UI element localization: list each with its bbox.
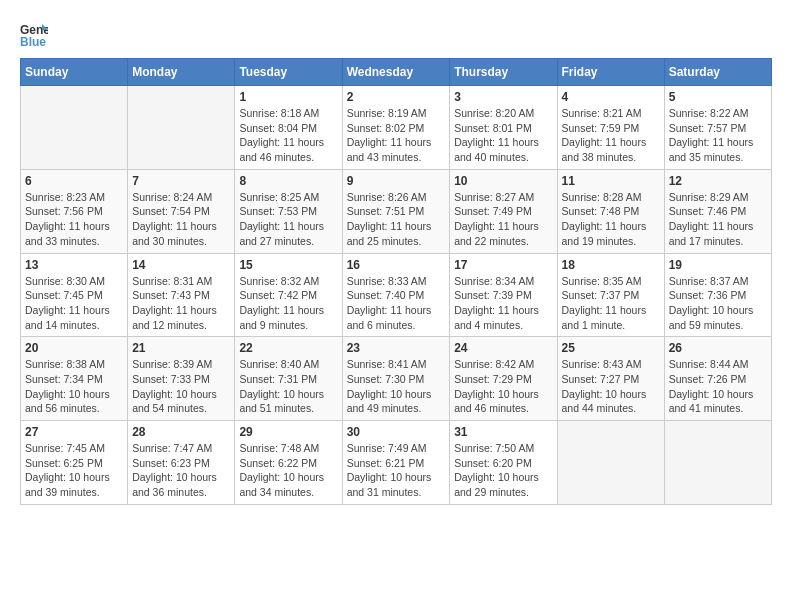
day-number: 31 (454, 425, 552, 439)
calendar-cell: 30Sunrise: 7:49 AM Sunset: 6:21 PM Dayli… (342, 421, 450, 505)
calendar-cell (128, 86, 235, 170)
weekday-header-sunday: Sunday (21, 59, 128, 86)
calendar-cell: 19Sunrise: 8:37 AM Sunset: 7:36 PM Dayli… (664, 253, 771, 337)
calendar-cell (21, 86, 128, 170)
day-number: 26 (669, 341, 767, 355)
day-info: Sunrise: 8:44 AM Sunset: 7:26 PM Dayligh… (669, 357, 767, 416)
calendar-cell: 17Sunrise: 8:34 AM Sunset: 7:39 PM Dayli… (450, 253, 557, 337)
day-number: 29 (239, 425, 337, 439)
day-number: 14 (132, 258, 230, 272)
calendar-cell: 24Sunrise: 8:42 AM Sunset: 7:29 PM Dayli… (450, 337, 557, 421)
calendar-cell: 16Sunrise: 8:33 AM Sunset: 7:40 PM Dayli… (342, 253, 450, 337)
day-number: 20 (25, 341, 123, 355)
calendar-cell: 29Sunrise: 7:48 AM Sunset: 6:22 PM Dayli… (235, 421, 342, 505)
calendar-cell: 26Sunrise: 8:44 AM Sunset: 7:26 PM Dayli… (664, 337, 771, 421)
calendar-cell: 3Sunrise: 8:20 AM Sunset: 8:01 PM Daylig… (450, 86, 557, 170)
day-number: 6 (25, 174, 123, 188)
day-info: Sunrise: 8:34 AM Sunset: 7:39 PM Dayligh… (454, 274, 552, 333)
svg-text:Blue: Blue (20, 35, 46, 48)
day-number: 27 (25, 425, 123, 439)
day-info: Sunrise: 7:50 AM Sunset: 6:20 PM Dayligh… (454, 441, 552, 500)
day-number: 24 (454, 341, 552, 355)
day-number: 8 (239, 174, 337, 188)
calendar-week-row: 27Sunrise: 7:45 AM Sunset: 6:25 PM Dayli… (21, 421, 772, 505)
calendar-cell (664, 421, 771, 505)
day-number: 17 (454, 258, 552, 272)
day-number: 7 (132, 174, 230, 188)
day-number: 2 (347, 90, 446, 104)
calendar-body: 1Sunrise: 8:18 AM Sunset: 8:04 PM Daylig… (21, 86, 772, 505)
day-info: Sunrise: 8:37 AM Sunset: 7:36 PM Dayligh… (669, 274, 767, 333)
calendar-cell: 9Sunrise: 8:26 AM Sunset: 7:51 PM Daylig… (342, 169, 450, 253)
weekday-header-saturday: Saturday (664, 59, 771, 86)
day-info: Sunrise: 8:30 AM Sunset: 7:45 PM Dayligh… (25, 274, 123, 333)
day-info: Sunrise: 8:19 AM Sunset: 8:02 PM Dayligh… (347, 106, 446, 165)
day-number: 16 (347, 258, 446, 272)
calendar-cell: 4Sunrise: 8:21 AM Sunset: 7:59 PM Daylig… (557, 86, 664, 170)
day-number: 10 (454, 174, 552, 188)
day-info: Sunrise: 7:45 AM Sunset: 6:25 PM Dayligh… (25, 441, 123, 500)
calendar-cell: 28Sunrise: 7:47 AM Sunset: 6:23 PM Dayli… (128, 421, 235, 505)
day-info: Sunrise: 8:27 AM Sunset: 7:49 PM Dayligh… (454, 190, 552, 249)
day-number: 15 (239, 258, 337, 272)
day-number: 25 (562, 341, 660, 355)
calendar-week-row: 6Sunrise: 8:23 AM Sunset: 7:56 PM Daylig… (21, 169, 772, 253)
day-info: Sunrise: 8:41 AM Sunset: 7:30 PM Dayligh… (347, 357, 446, 416)
day-number: 30 (347, 425, 446, 439)
day-info: Sunrise: 8:28 AM Sunset: 7:48 PM Dayligh… (562, 190, 660, 249)
day-number: 18 (562, 258, 660, 272)
day-info: Sunrise: 8:25 AM Sunset: 7:53 PM Dayligh… (239, 190, 337, 249)
day-number: 21 (132, 341, 230, 355)
weekday-header-thursday: Thursday (450, 59, 557, 86)
day-info: Sunrise: 8:33 AM Sunset: 7:40 PM Dayligh… (347, 274, 446, 333)
day-info: Sunrise: 8:32 AM Sunset: 7:42 PM Dayligh… (239, 274, 337, 333)
day-number: 4 (562, 90, 660, 104)
day-info: Sunrise: 8:24 AM Sunset: 7:54 PM Dayligh… (132, 190, 230, 249)
calendar-table: SundayMondayTuesdayWednesdayThursdayFrid… (20, 58, 772, 505)
day-number: 28 (132, 425, 230, 439)
calendar-cell: 25Sunrise: 8:43 AM Sunset: 7:27 PM Dayli… (557, 337, 664, 421)
day-info: Sunrise: 8:26 AM Sunset: 7:51 PM Dayligh… (347, 190, 446, 249)
day-number: 13 (25, 258, 123, 272)
day-number: 19 (669, 258, 767, 272)
calendar-cell: 11Sunrise: 8:28 AM Sunset: 7:48 PM Dayli… (557, 169, 664, 253)
calendar-cell: 27Sunrise: 7:45 AM Sunset: 6:25 PM Dayli… (21, 421, 128, 505)
day-info: Sunrise: 8:31 AM Sunset: 7:43 PM Dayligh… (132, 274, 230, 333)
day-info: Sunrise: 8:39 AM Sunset: 7:33 PM Dayligh… (132, 357, 230, 416)
day-number: 1 (239, 90, 337, 104)
calendar-cell: 22Sunrise: 8:40 AM Sunset: 7:31 PM Dayli… (235, 337, 342, 421)
calendar-week-row: 20Sunrise: 8:38 AM Sunset: 7:34 PM Dayli… (21, 337, 772, 421)
calendar-header: SundayMondayTuesdayWednesdayThursdayFrid… (21, 59, 772, 86)
calendar-cell: 21Sunrise: 8:39 AM Sunset: 7:33 PM Dayli… (128, 337, 235, 421)
calendar-week-row: 1Sunrise: 8:18 AM Sunset: 8:04 PM Daylig… (21, 86, 772, 170)
calendar-cell: 18Sunrise: 8:35 AM Sunset: 7:37 PM Dayli… (557, 253, 664, 337)
calendar-cell: 5Sunrise: 8:22 AM Sunset: 7:57 PM Daylig… (664, 86, 771, 170)
weekday-header-monday: Monday (128, 59, 235, 86)
day-info: Sunrise: 7:47 AM Sunset: 6:23 PM Dayligh… (132, 441, 230, 500)
day-info: Sunrise: 8:42 AM Sunset: 7:29 PM Dayligh… (454, 357, 552, 416)
calendar-cell: 1Sunrise: 8:18 AM Sunset: 8:04 PM Daylig… (235, 86, 342, 170)
calendar-cell: 12Sunrise: 8:29 AM Sunset: 7:46 PM Dayli… (664, 169, 771, 253)
day-info: Sunrise: 8:38 AM Sunset: 7:34 PM Dayligh… (25, 357, 123, 416)
calendar-cell: 2Sunrise: 8:19 AM Sunset: 8:02 PM Daylig… (342, 86, 450, 170)
weekday-header-row: SundayMondayTuesdayWednesdayThursdayFrid… (21, 59, 772, 86)
calendar-cell: 10Sunrise: 8:27 AM Sunset: 7:49 PM Dayli… (450, 169, 557, 253)
day-info: Sunrise: 8:20 AM Sunset: 8:01 PM Dayligh… (454, 106, 552, 165)
logo: General Blue (20, 20, 52, 48)
day-number: 12 (669, 174, 767, 188)
weekday-header-friday: Friday (557, 59, 664, 86)
day-info: Sunrise: 8:18 AM Sunset: 8:04 PM Dayligh… (239, 106, 337, 165)
day-number: 23 (347, 341, 446, 355)
calendar-cell: 6Sunrise: 8:23 AM Sunset: 7:56 PM Daylig… (21, 169, 128, 253)
day-number: 3 (454, 90, 552, 104)
logo-icon: General Blue (20, 20, 48, 48)
day-info: Sunrise: 8:22 AM Sunset: 7:57 PM Dayligh… (669, 106, 767, 165)
calendar-week-row: 13Sunrise: 8:30 AM Sunset: 7:45 PM Dayli… (21, 253, 772, 337)
calendar-cell: 31Sunrise: 7:50 AM Sunset: 6:20 PM Dayli… (450, 421, 557, 505)
day-info: Sunrise: 8:23 AM Sunset: 7:56 PM Dayligh… (25, 190, 123, 249)
day-info: Sunrise: 7:49 AM Sunset: 6:21 PM Dayligh… (347, 441, 446, 500)
calendar-cell: 14Sunrise: 8:31 AM Sunset: 7:43 PM Dayli… (128, 253, 235, 337)
calendar-cell: 15Sunrise: 8:32 AM Sunset: 7:42 PM Dayli… (235, 253, 342, 337)
calendar-cell: 13Sunrise: 8:30 AM Sunset: 7:45 PM Dayli… (21, 253, 128, 337)
calendar-cell: 20Sunrise: 8:38 AM Sunset: 7:34 PM Dayli… (21, 337, 128, 421)
